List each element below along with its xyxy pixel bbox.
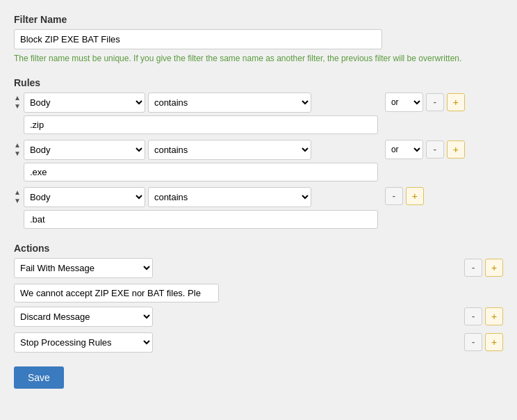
rule-row-1: ▲ ▼ Body Subject From To CC contains doe… (14, 92, 503, 134)
rule-3-down-arrow[interactable]: ▼ (14, 197, 21, 205)
rules-label: Rules (14, 77, 503, 88)
rule-1-value-input[interactable] (24, 115, 378, 134)
filter-name-label: Filter Name (14, 14, 503, 25)
actions-section: Actions Fail With Message Discard Messag… (14, 243, 503, 353)
rule-2-plus-button[interactable]: + (447, 140, 465, 159)
rule-2-arrows: ▲ ▼ (14, 140, 21, 158)
rule-3-field-select[interactable]: Body Subject From To CC (24, 187, 145, 207)
rule-3-plus-button[interactable]: + (406, 187, 424, 205)
rule-row-3: ▲ ▼ Body Subject From To CC contains doe… (14, 187, 503, 229)
action-1-message-row (14, 284, 503, 307)
action-1-select[interactable]: Fail With Message Discard Message Stop P… (14, 258, 153, 278)
rule-1-condition-select[interactable]: contains does not contain starts with en… (148, 92, 311, 113)
actions-label: Actions (14, 243, 503, 254)
rule-1-arrows: ▲ ▼ (14, 92, 21, 111)
rule-3-selects: Body Subject From To CC contains does no… (24, 187, 378, 207)
action-row-3: Fail With Message Discard Message Stop P… (14, 332, 503, 353)
rule-2-selects-value: Body Subject From To CC contains does no… (24, 140, 378, 181)
rule-2-controls: or and - + (385, 140, 465, 159)
rule-3-condition-select[interactable]: contains does not contain starts with en… (148, 187, 311, 207)
action-3-plus-button[interactable]: + (485, 333, 503, 351)
action-2-plus-button[interactable]: + (485, 307, 503, 325)
rule-2-up-arrow[interactable]: ▲ (14, 141, 21, 150)
rule-3-arrows: ▲ ▼ (14, 187, 21, 205)
rule-2-connector-select[interactable]: or and (385, 140, 423, 159)
action-3-select[interactable]: Fail With Message Discard Message Stop P… (14, 332, 153, 353)
rule-2-minus-button[interactable]: - (426, 140, 444, 159)
action-1-controls: - + (464, 259, 503, 277)
rule-3-minus-button[interactable]: - (385, 187, 403, 205)
rule-3-controls: - + (385, 187, 424, 205)
save-button[interactable]: Save (14, 366, 64, 389)
filter-help-text: The filter name must be unique. If you g… (14, 53, 500, 65)
rule-2-down-arrow[interactable]: ▼ (14, 150, 21, 158)
rule-1-plus-button[interactable]: + (447, 93, 465, 111)
action-2-minus-button[interactable]: - (464, 307, 482, 325)
rule-1-selects: Body Subject From To CC contains does no… (24, 92, 378, 113)
rule-1-connector-select[interactable]: or and (385, 92, 423, 112)
action-2-select[interactable]: Fail With Message Discard Message Stop P… (14, 307, 153, 327)
action-1-minus-button[interactable]: - (464, 259, 482, 277)
action-2-controls: - + (464, 307, 503, 325)
action-row-1: Fail With Message Discard Message Stop P… (14, 258, 503, 278)
rule-1-selects-value: Body Subject From To CC contains does no… (24, 92, 378, 134)
rule-1-up-arrow[interactable]: ▲ (14, 94, 21, 102)
action-1-plus-button[interactable]: + (485, 259, 503, 277)
filter-name-section: Filter Name The filter name must be uniq… (14, 14, 503, 65)
rule-2-field-select[interactable]: Body Subject From To CC (24, 140, 145, 160)
action-3-minus-button[interactable]: - (464, 333, 482, 351)
action-3-controls: - + (464, 333, 503, 351)
action-row-2: Fail With Message Discard Message Stop P… (14, 307, 503, 327)
rule-1-minus-button[interactable]: - (426, 93, 444, 111)
rule-row-2: ▲ ▼ Body Subject From To CC contains doe… (14, 140, 503, 181)
rule-2-selects: Body Subject From To CC contains does no… (24, 140, 378, 160)
rule-1-field-select[interactable]: Body Subject From To CC (24, 92, 145, 113)
rule-1-controls: or and - + (385, 92, 465, 112)
filter-name-input[interactable] (14, 29, 382, 49)
rule-3-up-arrow[interactable]: ▲ (14, 188, 21, 197)
action-1-message-input[interactable] (14, 284, 219, 302)
rule-2-value-input[interactable] (24, 163, 378, 181)
rule-3-selects-value: Body Subject From To CC contains does no… (24, 187, 378, 229)
rules-section: Rules ▲ ▼ Body Subject From To CC con (14, 77, 503, 229)
rule-3-value-input[interactable] (24, 210, 378, 229)
rule-2-condition-select[interactable]: contains does not contain starts with en… (148, 140, 311, 160)
rule-1-down-arrow[interactable]: ▼ (14, 102, 21, 111)
